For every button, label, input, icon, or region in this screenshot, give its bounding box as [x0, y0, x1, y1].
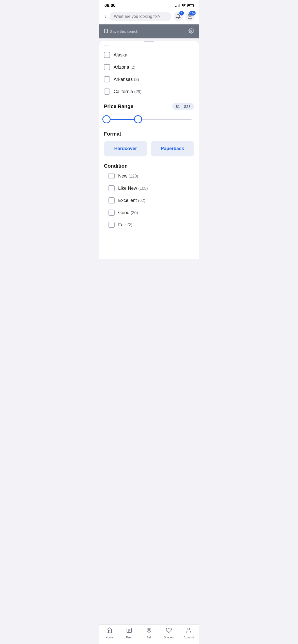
- condition-section: Condition New (120) Like New (105) Excel…: [99, 160, 199, 233]
- list-item: Arkansas (2): [104, 73, 194, 85]
- arkansas-checkbox[interactable]: [104, 76, 110, 82]
- filter-sheet: Alaska Arizona (2) Arkansas (2) Californ…: [99, 41, 199, 259]
- slider-fill: [106, 119, 138, 120]
- slider-thumb-left[interactable]: [102, 115, 111, 123]
- slider-thumb-right[interactable]: [134, 115, 142, 123]
- list-item: Excellent (62): [109, 194, 189, 207]
- good-label: Good (30): [118, 210, 138, 215]
- svg-point-3: [191, 30, 192, 32]
- list-item: Good (30): [109, 207, 189, 219]
- wifi-icon: [181, 4, 186, 8]
- fair-label: Fair (2): [118, 222, 132, 228]
- cart-button[interactable]: 10+: [185, 12, 195, 21]
- like-new-label: Like New (105): [118, 186, 148, 191]
- arizona-label: Arizona (2): [114, 65, 136, 70]
- list-item: Arizona (2): [104, 61, 194, 73]
- california-label: California (29): [114, 89, 142, 94]
- good-checkbox[interactable]: [109, 210, 115, 216]
- list-item: California (29): [104, 85, 194, 98]
- new-checkbox[interactable]: [109, 173, 115, 179]
- format-title: Format: [104, 131, 194, 137]
- settings-icon[interactable]: [188, 28, 194, 35]
- status-time: 06:00: [104, 3, 115, 8]
- list-item: Fair (2): [109, 219, 189, 231]
- bookmark-icon: [104, 29, 108, 34]
- cart-badge: 10+: [189, 11, 196, 16]
- sheet-dash: [104, 46, 110, 46]
- status-bar: 06:00: [99, 0, 199, 10]
- save-search-left[interactable]: Save this search: [104, 29, 138, 34]
- price-range-header: Price Range $1 – $28: [104, 103, 194, 110]
- format-section: Format Hardcover Paperback: [99, 127, 199, 160]
- condition-list: New (120) Like New (105) Excellent (62) …: [104, 170, 194, 231]
- notification-button[interactable]: 3: [174, 12, 183, 21]
- list-item: Like New (105): [109, 182, 189, 194]
- price-range-title: Price Range: [104, 104, 133, 109]
- new-label: New (120): [118, 173, 138, 179]
- condition-title: Condition: [104, 163, 194, 169]
- notification-badge: 3: [179, 11, 184, 16]
- status-icons: [175, 4, 194, 8]
- header: ‹ 3 10+: [99, 10, 199, 24]
- format-buttons: Hardcover Paperback: [104, 141, 194, 156]
- list-item: Alaska: [104, 49, 194, 61]
- back-button[interactable]: ‹: [103, 13, 107, 20]
- header-icons: 3 10+: [174, 12, 195, 21]
- price-range-badge: $1 – $28: [172, 103, 194, 110]
- hardcover-button[interactable]: Hardcover: [104, 141, 147, 156]
- save-search-label: Save this search: [110, 29, 138, 34]
- signal-icon: [175, 4, 180, 7]
- price-slider[interactable]: [106, 114, 192, 124]
- california-checkbox[interactable]: [104, 89, 110, 95]
- arizona-checkbox[interactable]: [104, 64, 110, 70]
- sheet-handle: [144, 41, 154, 42]
- fair-checkbox[interactable]: [109, 222, 115, 228]
- price-range-section: Price Range $1 – $28: [99, 98, 199, 127]
- alaska-label: Alaska: [114, 52, 127, 58]
- location-list: Alaska Arizona (2) Arkansas (2) Californ…: [99, 49, 199, 98]
- like-new-checkbox[interactable]: [109, 185, 115, 191]
- alaska-checkbox[interactable]: [104, 52, 110, 58]
- paperback-button[interactable]: Paperback: [151, 141, 194, 156]
- save-search-bar: Save this search: [99, 24, 199, 38]
- excellent-checkbox[interactable]: [109, 197, 115, 203]
- excellent-label: Excellent (62): [118, 198, 145, 203]
- search-input[interactable]: [110, 12, 171, 21]
- arkansas-label: Arkansas (2): [114, 77, 139, 82]
- list-item: New (120): [109, 170, 189, 182]
- battery-icon: [187, 4, 194, 7]
